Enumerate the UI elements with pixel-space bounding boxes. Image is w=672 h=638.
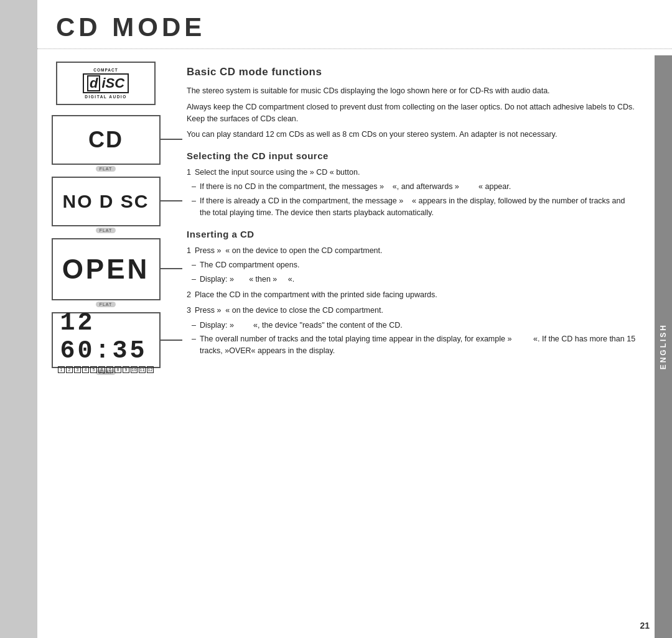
left-sidebar: [0, 0, 37, 638]
bullet-1-text: If there is no CD in the compartment, th…: [200, 181, 511, 193]
basic-para-1: The stereo system is suitable for music …: [187, 85, 636, 97]
page-number: 21: [640, 621, 650, 631]
basic-para-3: You can play standard 12 cm CDs as well …: [187, 129, 636, 141]
language-tab: ENGLISH: [655, 55, 672, 638]
connector-line-nodisc: [161, 200, 182, 201]
ins-bullet-dash-4: –: [192, 333, 196, 358]
ins-bullet-3-text: Display: » «, the device "reads" the con…: [200, 320, 403, 331]
page-title: CD MODE: [56, 12, 653, 42]
disc-d-letter: d: [87, 75, 100, 91]
inserting-step-3: 3 Press » « on the device to close the C…: [187, 305, 636, 317]
disc-isc-text: iSC: [101, 76, 124, 90]
step-1-num: 1: [187, 167, 191, 178]
basic-functions-title: Basic CD mode functions: [187, 64, 636, 80]
bullet-dash-1: –: [192, 181, 196, 193]
track-12: 12: [147, 366, 154, 373]
track-6: 6: [98, 366, 105, 373]
nodisc-flat-badge: FLAT: [96, 228, 116, 233]
selecting-section: Selecting the CD input source 1 Select t…: [187, 149, 636, 220]
inserting-bullet-2: – Display: » « then » «.: [187, 274, 636, 285]
track-9: 9: [123, 366, 129, 373]
inserting-bullet-3: – Display: » «, the device "reads" the c…: [187, 320, 636, 331]
title-section: CD MODE: [37, 0, 672, 49]
step-1-text: Select the input source using the » CD «…: [195, 167, 360, 178]
open-display-block: OPEN FLAT: [52, 238, 161, 307]
disc-logo-block: COMPACT d iSC DIGITAL AUDIO: [56, 62, 156, 110]
basic-para-2: Always keep the CD compartment closed to…: [187, 101, 636, 126]
ins-bullet-4-text: The overall number of tracks and the tot…: [200, 333, 636, 358]
bullet-2-text: If there is already a CD in the compartm…: [200, 195, 636, 220]
selecting-bullet-2: – If there is already a CD in the compar…: [187, 195, 636, 220]
connector-line-open: [161, 268, 182, 269]
language-tab-text: ENGLISH: [659, 323, 668, 369]
connector-line-cd: [161, 139, 182, 140]
track-8: 8: [114, 366, 121, 373]
inserting-bullet-1: – The CD compartment opens.: [187, 259, 636, 271]
nodisc-display-text: NO D SC: [55, 186, 156, 217]
ins-step-3-num: 3: [187, 305, 191, 317]
inserting-title: Inserting a CD: [187, 227, 636, 241]
track-7: 7: [106, 366, 113, 373]
track-numbers-row: 1 2 3 4 5 6 7 8 9 10 11 12: [54, 365, 157, 374]
ins-bullet-dash-3: –: [192, 320, 196, 331]
nodisc-display-block: NO D SC FLAT: [52, 177, 161, 233]
inserting-step-2: 2 Place the CD in the compartment with t…: [187, 289, 636, 301]
compact-disc-logo: COMPACT d iSC DIGITAL AUDIO: [83, 68, 129, 99]
inserting-bullet-4: – The overall number of tracks and the t…: [187, 333, 636, 358]
main-content: CD MODE COMPACT d iSC DIGITAL AUDIO: [37, 0, 672, 638]
track-5: 5: [90, 366, 97, 373]
selecting-step-1: 1 Select the input source using the » CD…: [187, 167, 636, 178]
ins-bullet-2-text: Display: » « then » «.: [200, 274, 294, 285]
ins-bullet-dash-1: –: [192, 259, 196, 271]
ins-step-1-num: 1: [187, 245, 191, 257]
connector-line-numbers: [161, 340, 182, 341]
ins-step-1-text: Press » « on the device to open the CD c…: [195, 245, 383, 257]
track-2: 2: [66, 366, 73, 373]
disc-brand: d iSC: [83, 73, 129, 93]
inserting-step-1: 1 Press » « on the device to open the CD…: [187, 245, 636, 257]
digital-audio-text: DIGITAL AUDIO: [85, 95, 126, 99]
text-column: Basic CD mode functions The stereo syste…: [174, 55, 655, 638]
ins-step-2-num: 2: [187, 289, 191, 301]
nodisc-lcd-box: NO D SC: [52, 177, 161, 226]
ins-step-3-text: Press » « on the device to close the CD …: [195, 305, 383, 317]
open-lcd-box: OPEN: [52, 238, 161, 300]
ins-bullet-1-text: The CD compartment opens.: [200, 259, 300, 271]
cd-lcd-box: CD: [52, 115, 161, 165]
track-11: 11: [139, 366, 146, 373]
open-display-text: OPEN: [55, 247, 157, 291]
inserting-section: Inserting a CD 1 Press » « on the device…: [187, 227, 636, 358]
ins-step-2-text: Place the CD in the compartment with the…: [195, 289, 437, 301]
numbers-lcd-box: 12 60:35 1 2 3 4 5 6 7 8 9 10 11 12: [52, 312, 161, 368]
ins-bullet-dash-2: –: [192, 274, 196, 285]
compact-text: COMPACT: [93, 68, 118, 72]
cd-display-text: CD: [81, 122, 131, 158]
bullet-dash-2: –: [192, 195, 196, 220]
track-1: 1: [58, 366, 65, 373]
cd-display-block: CD FLAT: [52, 115, 161, 172]
selecting-bullet-1: – If there is no CD in the compartment, …: [187, 181, 636, 193]
track-10: 10: [131, 366, 138, 373]
numbers-display-text: 12 60:35: [53, 307, 159, 365]
track-3: 3: [74, 366, 81, 373]
disc-logo-box: COMPACT d iSC DIGITAL AUDIO: [56, 62, 156, 105]
displays-column: COMPACT d iSC DIGITAL AUDIO CD FLAT: [37, 55, 174, 638]
track-4: 4: [82, 366, 89, 373]
selecting-title: Selecting the CD input source: [187, 149, 636, 163]
basic-functions-section: Basic CD mode functions The stereo syste…: [187, 64, 636, 141]
numbers-display-block: 12 60:35 1 2 3 4 5 6 7 8 9 10 11 12: [52, 312, 161, 375]
content-area: COMPACT d iSC DIGITAL AUDIO CD FLAT: [37, 49, 672, 638]
cd-flat-badge: FLAT: [96, 166, 116, 172]
